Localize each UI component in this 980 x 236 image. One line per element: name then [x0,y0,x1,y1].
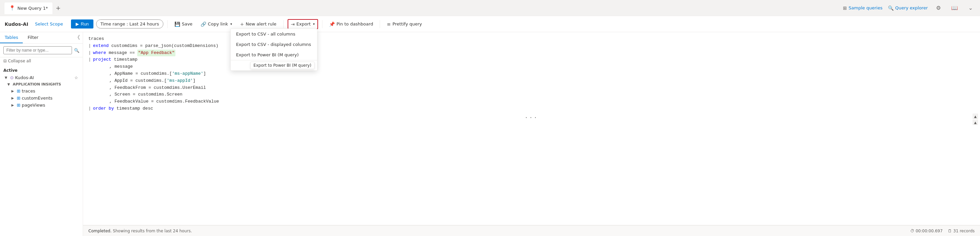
toolbar-separator-3 [322,20,323,28]
toolbar: Kudos-AI Select Scope ▶ Run Time range :… [0,16,980,32]
collapse-sidebar-button[interactable]: 《 [72,33,83,43]
status-showing-text: Showing results from the last 24 hours. [113,229,192,233]
time-range-button[interactable]: Time range : Last 24 hours [96,19,163,29]
select-scope-button[interactable]: Select Scope [32,20,65,28]
code-line-9: , Screen = customdims.Screen [88,91,975,98]
code-line-7: , AppId = customdims.[ 'ms-appId' ] [88,77,975,85]
tree-arrow-pageviews: ▶ [11,103,15,107]
new-alert-rule-button[interactable]: + New alert rule [237,20,279,29]
book-icon: 📖 [951,5,958,11]
export-power-bi-button[interactable]: Export to Power BI (M query) [231,49,317,60]
query-explorer-icon: 🔍 [888,5,894,11]
alert-icon: + [240,21,244,27]
code-editor[interactable]: traces | extend customdims = parse_json(… [83,32,980,225]
duration-display: ⏱ 00:00:00.697 [910,229,943,233]
export-icon: ⇥ [291,21,295,27]
sidebar-section: Active ▼ ⊙ Kudos-AI ☆ ▼ APPLICATION INSI… [0,65,83,108]
query-tab[interactable]: 📍 New Query 1* [4,2,53,14]
expand-icon: ⌄ [968,5,973,11]
status-right: ⏱ 00:00:00.697 🗒 31 records [910,229,975,233]
expand-button[interactable]: ⌄ [965,3,976,13]
main-area: Tables Filter 《 🔍 ⊟ Collapse all Active … [0,32,980,236]
tab-tables[interactable]: Tables [0,32,23,43]
tree-item-traces[interactable]: ▶ ⊞ traces [3,88,80,94]
prettify-query-button[interactable]: ≡ Prettify query [384,20,425,29]
prettify-icon: ≡ [387,21,391,27]
editor-area: traces | extend customdims = parse_json(… [83,32,980,236]
ellipsis-row: ··· [88,112,975,124]
status-bar: Completed. Showing results from the last… [83,225,980,236]
code-line-1: traces [88,35,975,43]
search-icon[interactable]: 🔍 [74,48,80,53]
toolbar-separator-1 [167,20,168,28]
tree-expand-icon: ▼ [5,76,9,80]
code-line-10: , FeedbackValue = customdims.FeedbackVal… [88,98,975,105]
copy-link-chevron-icon: ▾ [230,22,232,26]
book-button[interactable]: 📖 [949,3,960,13]
database-icon: ⊙ [10,75,14,80]
scroll-down-button[interactable]: ▲ [973,120,978,125]
export-csv-displayed-button[interactable]: Export to CSV - displayed columns [231,39,317,49]
run-button[interactable]: ▶ Run [71,19,94,29]
tree-item-page-views[interactable]: ▶ ⊞ pageViews [3,102,80,108]
export-csv-all-button[interactable]: Export to CSV - all columns [231,29,317,39]
export-button[interactable]: ⇥ Export ▾ Export to CSV - all columns E… [288,19,318,29]
sample-queries-button[interactable]: ⊞ Sample queries [843,5,883,11]
code-line-4: | project timestamp [88,56,975,63]
settings-button[interactable]: ⚙ [933,3,944,13]
tree-item-app-insights[interactable]: ▼ APPLICATION INSIGHTS [3,81,80,88]
gear-icon: ⚙ [936,5,941,11]
active-section-label: Active [3,67,80,74]
collapse-all-button[interactable]: ⊟ Collapse all [0,57,83,65]
export-power-bi-tooltip: Export to Power BI (M query) [250,62,314,69]
code-line-5: , message [88,63,975,70]
tree-item-custom-events[interactable]: ▶ ⊞ customEvents [3,94,80,102]
tab-right-actions: ⊞ Sample queries 🔍 Query explorer ⚙ 📖 ⌄ [843,3,976,13]
chevron-left-icon: 《 [75,34,80,41]
sample-queries-icon: ⊞ [843,5,847,11]
toolbar-separator-4 [380,20,380,28]
tab-bar: 📍 New Query 1* + ⊞ Sample queries 🔍 Quer… [0,0,980,16]
filter-row: 🔍 [0,43,83,57]
tree-arrow-customevents: ▶ [11,96,15,100]
code-line-3: | where message == "App Feedback" [88,49,975,57]
code-line-11: | order by timestamp desc [88,105,975,112]
export-chevron-icon: ▾ [313,22,315,26]
pin-to-dashboard-button[interactable]: 📌 Pin to dashboard [326,20,376,29]
sample-queries-label: Sample queries [849,5,883,10]
scroll-arrows: ▲ ▲ [973,114,978,125]
link-icon: 🔗 [200,21,206,27]
code-line-2: | extend customdims = parse_json(customD… [88,43,975,49]
query-explorer-label: Query explorer [895,5,928,10]
tab-title: New Query 1* [18,6,48,11]
collapse-all-icon: ⊟ [3,59,7,63]
run-icon: ▶ [76,21,79,27]
clock-icon: ⏱ [910,229,915,233]
tree-expand-icon-2: ▼ [7,83,11,86]
save-button[interactable]: 💾 Save [172,20,195,29]
code-line-8: , FeedbackFrom = customdims.UserEmail [88,85,975,91]
workspace-name: Kudos-AI [5,21,28,27]
tree-arrow-traces: ▶ [11,89,15,93]
table-icon-pageviews: ⊞ [17,102,21,108]
tree-item-kudos-ai[interactable]: ▼ ⊙ Kudos-AI ☆ [3,74,80,81]
star-icon[interactable]: ☆ [74,75,78,80]
pin-icon: 📍 [9,5,15,11]
table-icon-traces: ⊞ [17,88,21,94]
records-display: 🗒 31 records [948,229,975,233]
export-dropdown-menu: Export to CSV - all columns Export to CS… [230,29,317,71]
status-completed-text: Completed. [88,229,111,233]
query-explorer-button[interactable]: 🔍 Query explorer [888,5,928,11]
code-line-6: , AppName = customdims.[ 'ms-appName' ] [88,70,975,77]
table-icon-customevents: ⊞ [17,96,21,100]
copy-link-button[interactable]: 🔗 Copy link ▾ [198,20,235,29]
records-icon: 🗒 [948,229,952,233]
sidebar-tab-bar: Tables Filter 《 [0,32,83,43]
add-tab-button[interactable]: + [53,3,64,13]
sidebar: Tables Filter 《 🔍 ⊟ Collapse all Active … [0,32,83,236]
scroll-up-button[interactable]: ▲ [973,114,978,119]
tab-filter[interactable]: Filter [23,32,43,43]
save-icon: 💾 [175,21,180,27]
filter-input[interactable] [3,46,72,54]
pin-icon-toolbar: 📌 [329,21,335,27]
